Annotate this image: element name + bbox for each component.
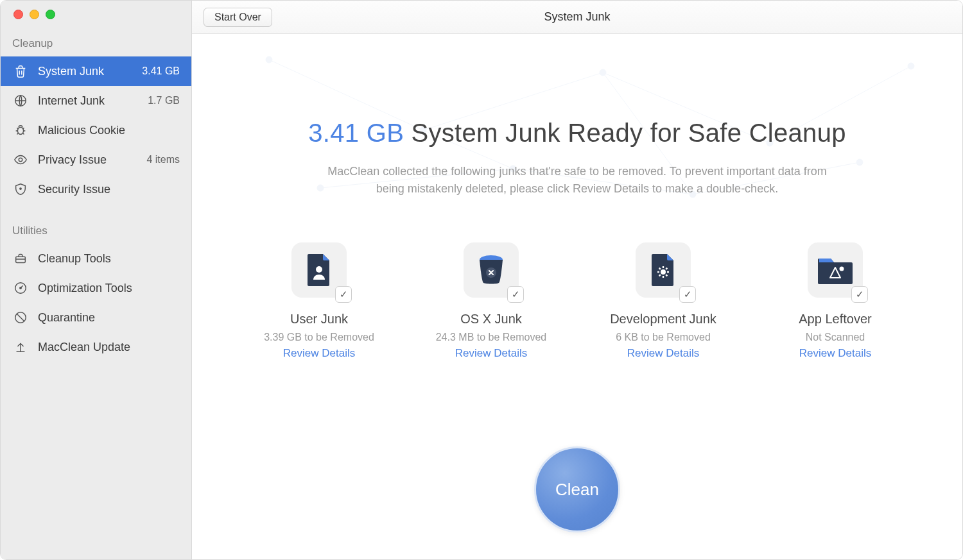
svg-point-3: [20, 188, 21, 189]
sidebar-item-label: Privacy Issue: [38, 153, 146, 167]
card-icon-wrap: ✓: [291, 242, 347, 298]
card-checkbox[interactable]: ✓: [335, 286, 352, 303]
card-subtitle: 3.39 GB to be Removed: [264, 332, 374, 343]
sidebar-item-label: Internet Junk: [38, 94, 148, 108]
shield-icon: [12, 181, 29, 198]
card-user-junk: ✓ User Junk 3.39 GB to be Removed Review…: [248, 242, 390, 360]
headline-text: System Junk Ready for Safe Cleanup: [404, 119, 846, 147]
subheadline: MacClean collected the following junks t…: [314, 163, 840, 198]
sidebar-section-cleanup: Cleanup: [1, 33, 191, 56]
svg-line-36: [659, 275, 661, 276]
app-window: Cleanup System Junk 3.41 GB Internet Jun…: [0, 0, 963, 560]
app-folder-icon: [817, 255, 854, 285]
review-details-link[interactable]: Review Details: [455, 347, 527, 360]
svg-point-38: [840, 267, 844, 271]
clean-button[interactable]: Clean: [534, 446, 620, 532]
card-checkbox[interactable]: ✓: [507, 286, 524, 303]
start-over-button[interactable]: Start Over: [204, 8, 272, 27]
card-subtitle: 24.3 MB to be Removed: [436, 332, 547, 343]
sidebar-item-internet-junk[interactable]: Internet Junk 1.7 GB: [1, 86, 191, 115]
card-title: OS X Junk: [460, 312, 522, 327]
sidebar-item-meta: 4 items: [146, 154, 180, 165]
quarantine-icon: [12, 309, 29, 326]
card-title: Development Junk: [610, 312, 716, 327]
sidebar-item-optimization-tools[interactable]: Optimization Tools: [1, 273, 191, 303]
review-details-link[interactable]: Review Details: [283, 347, 355, 360]
svg-line-35: [666, 275, 667, 276]
bug-icon: [12, 122, 29, 139]
card-checkbox[interactable]: ✓: [851, 286, 868, 303]
card-development-junk: ✓ Development Junk 6 KB to be Removed Re…: [593, 242, 734, 360]
card-app-leftover: ✓ App Leftover Not Scanned Review Detail…: [765, 242, 906, 360]
headline-size: 3.41 GB: [308, 119, 404, 147]
sidebar-item-label: Malicious Cookie: [38, 124, 180, 137]
window-controls: [1, 10, 191, 33]
svg-point-6: [20, 287, 21, 289]
close-window-button[interactable]: [13, 10, 23, 19]
sidebar-section-utilities: Utilities: [1, 221, 191, 244]
sidebar-item-label: Quarantine: [38, 311, 180, 325]
sidebar-item-label: System Junk: [38, 65, 142, 78]
trash-icon: [12, 63, 29, 80]
maximize-window-button[interactable]: [46, 10, 55, 19]
svg-point-29: [661, 269, 666, 275]
svg-rect-4: [16, 257, 26, 262]
content-area: 3.41 GB System Junk Ready for Safe Clean…: [192, 34, 962, 559]
sidebar-item-quarantine[interactable]: Quarantine: [1, 303, 191, 332]
sidebar-item-privacy-issue[interactable]: Privacy Issue 4 items: [1, 145, 191, 174]
svg-line-34: [659, 268, 661, 269]
main-panel: Start Over System Junk 3.41 GB System Ju…: [192, 1, 962, 559]
sidebar-item-label: Cleanup Tools: [38, 252, 180, 266]
card-osx-junk: ✓ OS X Junk 24.3 MB to be Removed Review…: [421, 242, 562, 360]
gauge-icon: [12, 280, 29, 296]
minimize-window-button[interactable]: [30, 10, 39, 19]
review-details-link[interactable]: Review Details: [627, 347, 699, 360]
eye-icon: [12, 151, 29, 168]
sidebar-item-cleanup-tools[interactable]: Cleanup Tools: [1, 244, 191, 273]
svg-point-26: [316, 266, 322, 273]
card-icon-wrap: ✓: [464, 242, 519, 298]
sidebar-item-label: MacClean Update: [38, 341, 180, 354]
card-subtitle: 6 KB to be Removed: [616, 332, 711, 343]
review-details-link[interactable]: Review Details: [799, 347, 871, 360]
svg-point-1: [17, 127, 23, 134]
sidebar-item-system-junk[interactable]: System Junk 3.41 GB: [1, 56, 191, 86]
sidebar-item-malicious-cookie[interactable]: Malicious Cookie: [1, 115, 191, 145]
toolbar: Start Over System Junk: [192, 1, 962, 34]
sidebar-item-label: Optimization Tools: [38, 282, 180, 295]
globe-icon: [12, 92, 29, 109]
page-title: System Junk: [192, 10, 962, 24]
card-title: User Junk: [290, 312, 348, 327]
toolbox-icon: [12, 250, 29, 267]
bucket-icon: [475, 253, 507, 287]
sidebar: Cleanup System Junk 3.41 GB Internet Jun…: [1, 1, 192, 559]
junk-cards-row: ✓ User Junk 3.39 GB to be Removed Review…: [192, 242, 962, 360]
sidebar-item-meta: 1.7 GB: [148, 95, 180, 106]
card-checkbox[interactable]: ✓: [679, 286, 696, 303]
sidebar-item-macclean-update[interactable]: MacClean Update: [1, 332, 191, 362]
file-user-icon: [305, 253, 333, 287]
svg-line-37: [666, 268, 667, 269]
file-gear-icon: [649, 253, 677, 287]
upload-icon: [12, 339, 29, 355]
svg-point-2: [19, 158, 22, 162]
sidebar-item-security-issue[interactable]: Security Issue: [1, 174, 191, 204]
card-icon-wrap: ✓: [636, 242, 691, 298]
headline: 3.41 GB System Junk Ready for Safe Clean…: [308, 119, 846, 148]
card-title: App Leftover: [799, 312, 871, 327]
card-icon-wrap: ✓: [808, 242, 863, 298]
sidebar-item-label: Security Issue: [38, 183, 180, 196]
sidebar-item-meta: 3.41 GB: [142, 65, 180, 77]
card-subtitle: Not Scanned: [806, 332, 865, 343]
